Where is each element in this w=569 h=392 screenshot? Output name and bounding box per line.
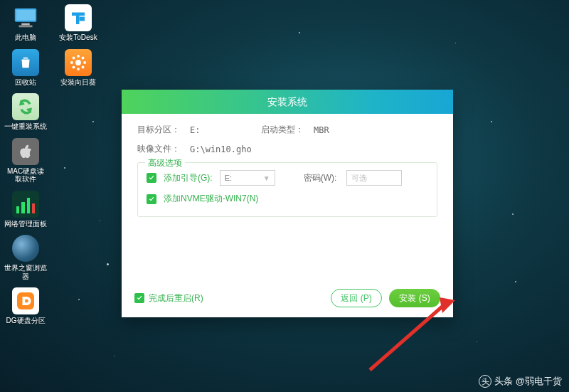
svg-rect-1 xyxy=(16,10,36,21)
svg-point-7 xyxy=(77,54,80,57)
network-panel-icon xyxy=(12,191,39,218)
install-dialog: 安装系统 目标分区： E: 启动类型： MBR 映像文件： G:\win10.g… xyxy=(122,90,453,317)
pc-icon xyxy=(12,4,39,31)
back-button[interactable]: 返回 (P) xyxy=(331,289,382,307)
password-input[interactable] xyxy=(346,170,402,186)
restart-label: 完成后重启(R) xyxy=(149,292,203,304)
svg-rect-4 xyxy=(17,292,34,309)
target-partition-label: 目标分区： xyxy=(137,124,183,136)
desktop-icon-label: 回收站 xyxy=(4,78,47,87)
boot-drive-selected: E: xyxy=(225,174,232,182)
svg-point-12 xyxy=(82,56,85,59)
desktop-icon-browser[interactable]: 世界之窗浏览 器 xyxy=(4,235,47,280)
image-file-label: 映像文件： xyxy=(137,143,183,155)
watermark-text: 头条 @弱电干货 xyxy=(494,375,562,388)
watermark: 头 头条 @弱电干货 xyxy=(479,375,562,388)
sunflower-icon xyxy=(65,49,92,76)
add-boot-checkbox[interactable] xyxy=(147,173,156,183)
reinstall-icon xyxy=(12,93,39,120)
boot-type-label: 启动类型： xyxy=(261,124,307,136)
desktop-icon-this-pc[interactable]: 此电脑 xyxy=(4,4,47,42)
svg-point-8 xyxy=(77,68,80,70)
desktop-icon-label: MAC硬盘读 取软件 xyxy=(4,167,47,184)
boot-type-value: MBR xyxy=(314,125,329,135)
mac-disk-icon xyxy=(12,138,39,165)
image-file-value: G:\win10.gho xyxy=(190,144,252,154)
svg-point-6 xyxy=(75,60,81,65)
desktop-icon-dg-partition[interactable]: DG硬盘分区 xyxy=(4,287,47,325)
svg-point-10 xyxy=(83,61,86,64)
advanced-section: 高级选项 添加引导(G): E: ▼ 密码(W): 添加NVME驱动-WIN7(… xyxy=(137,162,437,217)
desktop-icon-label: 安装ToDesk xyxy=(57,33,100,42)
desktop-icon-recycle-bin[interactable]: 回收站 xyxy=(4,49,47,87)
boot-drive-select[interactable]: E: ▼ xyxy=(220,170,275,186)
desktop-icon-label: 世界之窗浏览 器 xyxy=(4,264,47,280)
password-label: 密码(W): xyxy=(304,172,339,184)
desktop-icon-reinstall[interactable]: 一键重装系统 xyxy=(4,93,47,131)
svg-point-13 xyxy=(73,65,75,68)
restart-checkbox[interactable] xyxy=(134,293,144,303)
desktop-icon-label: 此电脑 xyxy=(4,33,47,42)
svg-point-9 xyxy=(70,61,73,64)
globe-icon xyxy=(12,235,39,262)
desktop-icon-label: 安装向日葵 xyxy=(57,78,100,87)
target-partition-value: E: xyxy=(190,125,254,135)
desktop-icon-label: 网络管理面板 xyxy=(4,220,47,228)
desktop-icon-label: DG硬盘分区 xyxy=(4,317,47,325)
add-boot-label: 添加引导(G): xyxy=(164,172,213,184)
watermark-icon: 头 xyxy=(479,375,491,388)
svg-point-14 xyxy=(82,65,85,68)
add-nvme-label: 添加NVME驱动-WIN7(N) xyxy=(164,193,258,205)
todesk-icon xyxy=(65,4,92,31)
desktop-icon-todesk[interactable]: 安装ToDesk xyxy=(57,4,100,42)
dg-icon xyxy=(12,287,39,314)
chevron-down-icon: ▼ xyxy=(263,174,270,182)
add-nvme-checkbox[interactable] xyxy=(147,194,156,204)
bin-icon xyxy=(12,49,39,76)
desktop-icon-label: 一键重装系统 xyxy=(4,122,47,131)
desktop-icon-mac-disk[interactable]: MAC硬盘读 取软件 xyxy=(4,138,47,184)
desktop-icon-sunlogin[interactable]: 安装向日葵 xyxy=(57,49,100,87)
svg-rect-5 xyxy=(80,17,85,21)
svg-point-11 xyxy=(73,56,75,59)
svg-rect-2 xyxy=(21,23,29,26)
desktop-icon-network-panel[interactable]: 网络管理面板 xyxy=(4,191,47,228)
svg-rect-3 xyxy=(19,25,33,27)
advanced-title: 高级选项 xyxy=(145,157,185,169)
desktop-icons: 此电脑 回收站 一键重装系统 MAC硬盘读 取软件 网络管理面板 xyxy=(4,4,100,325)
dialog-title: 安装系统 xyxy=(122,90,453,114)
install-button[interactable]: 安装 (S) xyxy=(389,289,440,307)
